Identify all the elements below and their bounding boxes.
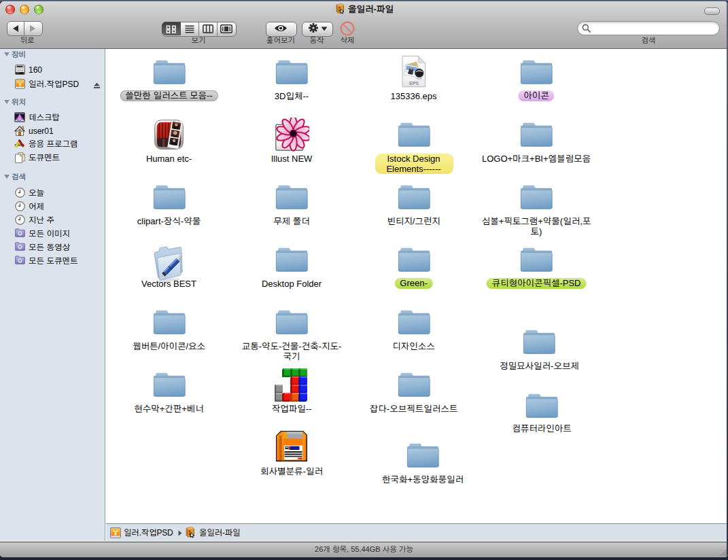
svg-text:EPS: EPS bbox=[409, 81, 419, 86]
